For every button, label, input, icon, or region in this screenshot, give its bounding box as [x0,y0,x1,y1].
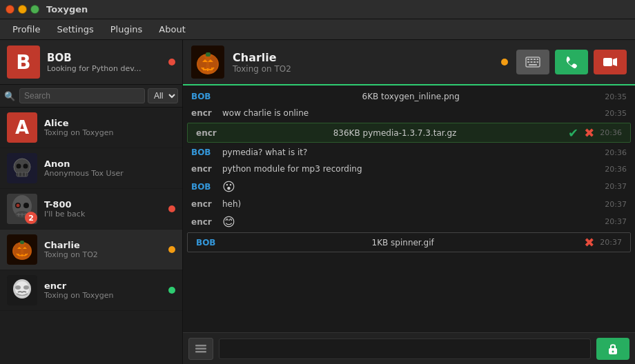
alice-info: Alice Toxing on Toxygen [44,118,175,137]
msg-content-6: 😮 [222,179,599,194]
messages-area: BOB 6KB toxygen_inline.png 20:35 encr wo… [183,85,635,332]
video-button[interactable] [594,50,627,74]
svg-point-31 [23,285,29,290]
app-title: Toxygen [46,4,88,14]
anon-info: Anon Anonymous Tox User [44,159,175,178]
msg-sender-8: encr [191,217,222,227]
svg-rect-44 [531,59,533,60]
svg-rect-43 [527,59,529,60]
msg-time-3: 20:36 [600,128,622,137]
maximize-button[interactable] [30,5,39,14]
contact-t800[interactable]: 2 T-800 I'll be back [0,189,182,230]
svg-rect-21 [20,241,24,244]
svg-rect-51 [529,64,537,65]
menu-settings[interactable]: Settings [50,21,100,37]
file-actions-9: ✖ [584,235,594,250]
file-accept-button[interactable]: ✔ [568,125,578,140]
t800-avatar: 2 [7,194,37,224]
svg-rect-55 [195,347,206,350]
contact-encr[interactable]: encr Toxing on Toxygen [0,270,182,311]
profile-status: Looking for Python dev... [47,64,162,73]
charlie-status-indicator [168,246,175,253]
file-reject-button[interactable]: ✖ [584,125,594,140]
menu-about[interactable]: About [152,21,192,37]
call-button[interactable] [555,50,588,74]
file-actions-3: ✔ ✖ [568,125,594,140]
alice-name: Alice [44,118,175,128]
msg-content-2: wow charlie is online [222,108,599,118]
chat-pumpkin-icon [193,47,223,77]
menu-profile[interactable]: Profile [6,21,47,37]
msg-time-6: 20:37 [605,182,627,191]
svg-marker-53 [613,58,617,66]
message-row-1: BOB 6KB toxygen_inline.png 20:35 [183,88,635,105]
encr-name: encr [44,281,162,291]
msg-sender-4: BOB [191,148,222,157]
svg-rect-36 [206,52,211,57]
file-cancel-button[interactable]: ✖ [584,235,594,250]
msg-time-1: 20:35 [605,92,627,101]
minimize-button[interactable] [18,5,27,14]
msg-content-5: python module for mp3 recording [222,164,599,174]
profile-status-dot [168,59,175,65]
contact-list: A Alice Toxing on Toxygen [0,108,182,364]
profile-name: BOB [47,52,162,64]
message-row-6: BOB 😮 20:37 [183,177,635,196]
video-icon [603,57,618,68]
svg-rect-45 [534,59,536,60]
window-controls [6,5,39,14]
message-row-8: encr 😊 20:37 [183,212,635,231]
svg-rect-47 [527,61,529,63]
charlie-info: Charlie Toxing on TO2 [44,240,162,259]
msg-sender-1: BOB [191,92,222,101]
svg-rect-50 [537,61,539,63]
svg-point-30 [15,285,21,290]
search-icon: 🔍 [4,91,15,101]
chat-input[interactable] [219,338,591,359]
msg-content-3: 836KB pymedia-1.3.7.3.tar.gz [227,128,563,138]
msg-sender-2: encr [191,108,222,118]
profile-section: B BOB Looking for Python dev... [0,40,182,85]
svg-rect-48 [531,61,533,63]
encr-avatar [7,275,37,305]
menubar: Profile Settings Plugins About [0,19,635,40]
contact-charlie[interactable]: Charlie Toxing on TO2 [0,230,182,270]
phone-icon [565,55,578,69]
svg-rect-49 [534,61,536,63]
encr-mask-icon [8,276,36,304]
alice-status: Toxing on Toxygen [44,128,175,137]
svg-rect-46 [537,59,539,60]
lock-send-icon [605,341,621,356]
keyboard-icon [525,57,540,68]
send-button[interactable] [596,338,629,360]
emoji-button[interactable] [188,338,213,360]
message-row-2: encr wow charlie is online 20:35 [183,105,635,121]
alice-avatar: A [7,112,37,143]
search-input[interactable] [19,88,145,103]
msg-time-2: 20:35 [605,109,627,118]
svg-point-11 [23,203,29,208]
msg-time-8: 20:37 [605,217,627,226]
encr-status-indicator [168,287,175,294]
msg-sender-3: encr [196,128,227,138]
menu-plugins[interactable]: Plugins [104,21,150,37]
search-filter[interactable]: All [148,88,178,103]
msg-sender-6: BOB [191,182,222,192]
contact-anon[interactable]: Anon Anonymous Tox User [0,148,182,189]
message-row-3: encr 836KB pymedia-1.3.7.3.tar.gz ✔ ✖ 20… [187,123,631,143]
keyboard-button[interactable] [516,50,549,74]
svg-rect-54 [195,345,206,347]
msg-content-8: 😊 [222,214,599,229]
msg-sender-5: encr [191,164,222,174]
anon-status: Anonymous Tox User [44,169,175,178]
encr-info: encr Toxing on Toxygen [44,281,162,300]
t800-name: T-800 [44,199,162,210]
close-button[interactable] [6,5,14,14]
profile-avatar: B [7,46,40,79]
svg-rect-56 [195,351,206,353]
msg-content-4: pymedia? what is it? [222,148,599,157]
charlie-avatar [7,234,37,265]
encr-status: Toxing on Toxygen [44,291,162,300]
message-row-7: encr heh) 20:37 [183,196,635,212]
contact-alice[interactable]: A Alice Toxing on Toxygen [0,108,182,148]
